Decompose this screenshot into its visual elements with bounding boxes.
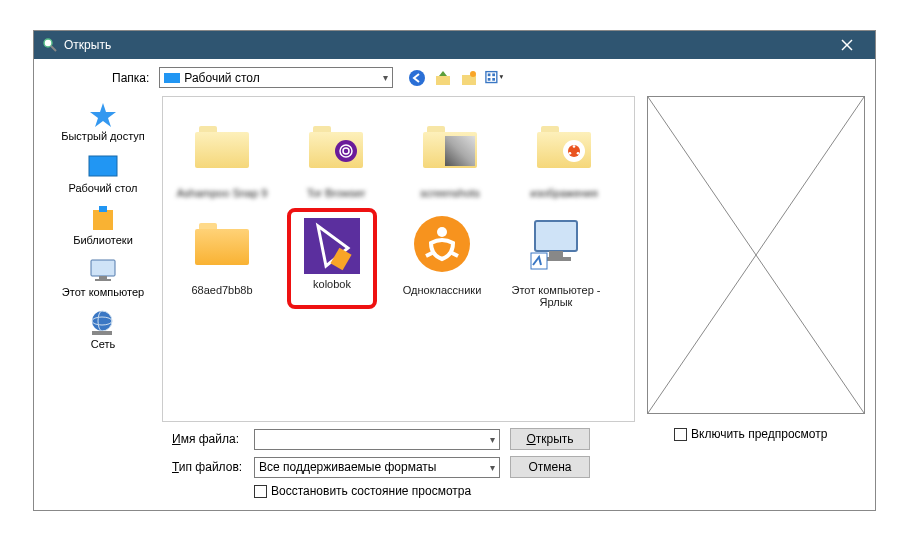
- star-icon: [87, 102, 119, 128]
- svg-rect-22: [92, 331, 112, 335]
- open-dialog: Открыть Папка: Рабочий стол ▾ Быстрый до…: [33, 30, 876, 511]
- file-item[interactable]: Этот компьютер - Ярлык: [507, 208, 605, 309]
- preview-placeholder-icon: [648, 97, 864, 413]
- file-item[interactable]: screenshots: [401, 111, 499, 200]
- place-this-pc[interactable]: Этот компьютер: [62, 258, 144, 298]
- svg-rect-8: [486, 71, 497, 82]
- svg-rect-5: [436, 76, 450, 85]
- file-item[interactable]: Tor Browser: [287, 111, 385, 200]
- monitor-icon: [87, 258, 119, 284]
- svg-rect-16: [99, 206, 107, 212]
- view-menu-icon[interactable]: [485, 68, 505, 88]
- svg-rect-18: [99, 276, 107, 279]
- filetype-label: Тип файлов:: [172, 460, 244, 474]
- svg-rect-35: [535, 221, 577, 251]
- restore-checkbox[interactable]: [254, 485, 267, 498]
- preview-checkbox[interactable]: [674, 428, 687, 441]
- desktop-icon: [87, 154, 119, 180]
- svg-rect-29: [304, 218, 360, 274]
- place-desktop[interactable]: Рабочий стол: [68, 154, 137, 194]
- svg-point-7: [470, 71, 476, 77]
- svg-rect-12: [493, 78, 496, 81]
- folder-label: Папка:: [112, 71, 149, 85]
- svg-rect-15: [93, 210, 113, 230]
- file-item[interactable]: Одноклассники: [393, 208, 491, 309]
- window-title: Открыть: [64, 38, 827, 52]
- filename-label: Имя файла:: [172, 432, 244, 446]
- file-item-kolobok[interactable]: kolobok: [287, 208, 377, 309]
- libraries-icon: [87, 206, 119, 232]
- svg-point-31: [414, 216, 470, 272]
- file-item[interactable]: изображения: [515, 111, 613, 200]
- svg-point-26: [573, 145, 576, 148]
- chevron-down-icon[interactable]: ▾: [490, 462, 495, 473]
- up-icon[interactable]: [433, 68, 453, 88]
- nav-icons: [407, 68, 505, 88]
- preview-checkbox-row: Включить предпросмотр: [674, 427, 827, 441]
- svg-point-24: [343, 148, 349, 154]
- svg-point-32: [437, 227, 447, 237]
- place-libraries[interactable]: Библиотеки: [73, 206, 133, 246]
- svg-point-27: [569, 152, 572, 155]
- titlebar: Открыть: [34, 31, 875, 59]
- preview-pane: [647, 96, 865, 414]
- filetype-dropdown[interactable]: Все поддерживаемые форматы ▾: [254, 457, 500, 478]
- chevron-down-icon: ▾: [383, 72, 388, 83]
- svg-line-1: [51, 46, 56, 51]
- cancel-button[interactable]: Отмена: [510, 456, 590, 478]
- folder-selected: Рабочий стол: [184, 71, 259, 85]
- magnifier-icon: [42, 37, 58, 53]
- place-network[interactable]: Сеть: [87, 310, 119, 350]
- folder-dropdown[interactable]: Рабочий стол ▾: [159, 67, 393, 88]
- restore-label: Восстановить состояние просмотра: [271, 484, 471, 498]
- chevron-down-icon[interactable]: ▾: [490, 434, 495, 445]
- preview-checkbox-label: Включить предпросмотр: [691, 427, 827, 441]
- svg-point-28: [577, 152, 580, 155]
- file-item[interactable]: Ashampoo Snap 9: [173, 111, 271, 200]
- new-folder-icon[interactable]: [459, 68, 479, 88]
- file-list[interactable]: Ashampoo Snap 9 Tor Browser screenshots …: [162, 96, 635, 422]
- svg-point-4: [409, 70, 425, 86]
- filename-input[interactable]: ▾: [254, 429, 500, 450]
- svg-rect-9: [488, 73, 491, 76]
- toolbar: Папка: Рабочий стол ▾: [34, 59, 875, 92]
- svg-rect-11: [488, 78, 491, 81]
- places-bar: Быстрый доступ Рабочий стол Библиотеки Э…: [44, 96, 162, 422]
- svg-point-0: [44, 39, 52, 47]
- desktop-icon: [164, 73, 180, 83]
- open-button[interactable]: Открыть: [510, 428, 590, 450]
- back-icon[interactable]: [407, 68, 427, 88]
- file-item[interactable]: 68aed7bb8b: [173, 208, 271, 309]
- globe-icon: [87, 310, 119, 336]
- svg-rect-36: [549, 251, 563, 257]
- svg-rect-13: [89, 156, 117, 176]
- place-quick-access[interactable]: Быстрый доступ: [61, 102, 145, 142]
- svg-rect-19: [95, 279, 111, 281]
- svg-rect-10: [493, 73, 496, 76]
- close-button[interactable]: [827, 31, 867, 59]
- svg-point-23: [340, 145, 352, 157]
- svg-rect-17: [91, 260, 115, 276]
